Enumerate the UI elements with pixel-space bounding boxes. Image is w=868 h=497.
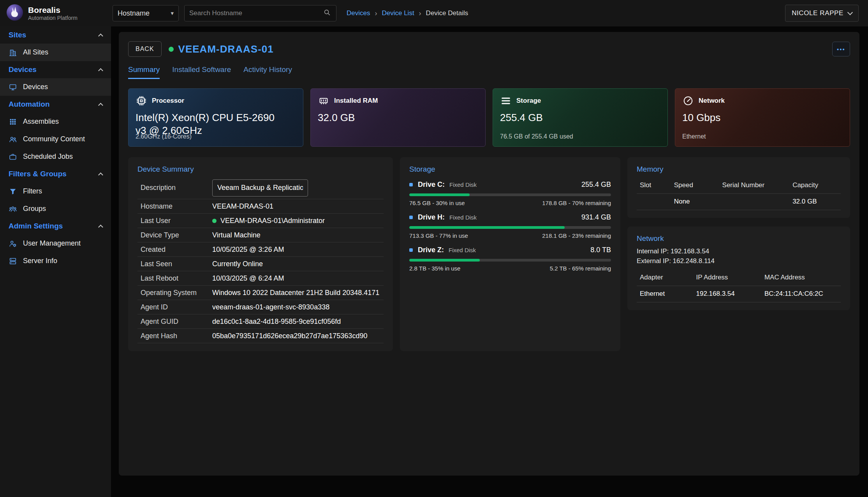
sidebar-section-automation[interactable]: Automation — [0, 96, 111, 113]
panel-title: Memory — [637, 165, 841, 174]
search-field-dropdown-value: Hostname — [118, 9, 150, 18]
drive-bullet-icon — [409, 248, 413, 252]
memory-panel: Memory Slot Speed Serial Number Capacity… — [627, 157, 850, 218]
tab-activity-history[interactable]: Activity History — [243, 65, 292, 79]
network-table-row: Ethernet 192.168.3.54 BC:24:11:CA:C6:2C — [637, 286, 841, 302]
network-subtitle: Ethernet — [682, 133, 706, 140]
sidebar-item-label: Server Info — [23, 257, 57, 265]
sidebar-item-community-content[interactable]: Community Content — [0, 130, 111, 148]
description-input[interactable] — [212, 179, 308, 197]
section-label: Filters & Groups — [9, 170, 67, 178]
drive-row-z: Drive Z: Fixed Disk 8.0 TB 2.8 TB - 35% … — [409, 246, 611, 272]
network-table-header: Adapter IP Address MAC Address — [637, 270, 841, 286]
summary-row-last-user: Last User VEEAM-DRAAS-01\Administrator — [137, 214, 384, 228]
grid-icon — [9, 118, 17, 126]
sidebar-item-label: Devices — [23, 83, 48, 91]
chevron-down-icon — [847, 10, 853, 15]
ram-card: Installed RAM 32.0 GB — [310, 88, 486, 147]
device-header: BACK VEEAM-DRAAS-01 ••• — [128, 41, 850, 57]
tab-installed-software[interactable]: Installed Software — [172, 65, 231, 79]
section-label: Devices — [9, 65, 37, 74]
tab-summary[interactable]: Summary — [128, 65, 160, 79]
storage-value: 255.4 GB — [500, 111, 652, 124]
sidebar-item-filters[interactable]: Filters — [0, 183, 111, 200]
more-options-button[interactable]: ••• — [832, 42, 850, 56]
brand-subtitle: Automation Platform — [28, 15, 77, 21]
panel-title: Storage — [409, 165, 611, 174]
search-bar — [184, 5, 336, 21]
network-gauge-icon — [682, 95, 694, 107]
stat-cards: Processor Intel(R) Xeon(R) CPU E5-2690 v… — [128, 88, 850, 147]
sidebar-section-filters-groups[interactable]: Filters & Groups — [0, 165, 111, 183]
panel-title: Network — [637, 234, 841, 243]
sidebar-item-groups[interactable]: Groups — [0, 200, 111, 218]
sidebar-item-scheduled-jobs[interactable]: Scheduled Jobs — [0, 148, 111, 165]
sidebar-item-label: Assemblies — [23, 118, 59, 126]
sidebar-item-assemblies[interactable]: Assemblies — [0, 113, 111, 130]
user-menu-button[interactable]: NICOLE RAPPE — [785, 5, 859, 22]
sidebar-item-server-info[interactable]: Server Info — [0, 252, 111, 270]
device-summary-panel: Device Summary Description Hostname VEEA… — [128, 157, 393, 351]
borealis-logo-icon — [6, 4, 23, 23]
chevron-up-icon — [98, 225, 103, 230]
sidebar-item-label: User Management — [23, 239, 81, 248]
people-icon — [9, 135, 17, 144]
drive-remaining: 178.8 GB - 70% remaining — [542, 200, 611, 206]
storage-card: Storage 255.4 GB 76.5 GB of 255.4 GB use… — [493, 88, 668, 147]
breadcrumb-devices[interactable]: Devices — [347, 9, 370, 17]
section-label: Admin Settings — [9, 222, 63, 230]
summary-row-last-reboot: Last Reboot 10/03/2025 @ 6:24 AM — [137, 271, 384, 286]
breadcrumb-device-list[interactable]: Device List — [382, 9, 414, 17]
device-details-panel: BACK VEEAM-DRAAS-01 ••• Summary Installe… — [119, 32, 859, 476]
storage-panel: Storage Drive C: Fixed Disk 255.4 GB 76.… — [400, 157, 620, 351]
summary-row-device-type: Device Type Virtual Machine — [137, 228, 384, 242]
section-label: Sites — [9, 31, 26, 39]
building-icon — [9, 48, 17, 57]
detail-panels: Device Summary Description Hostname VEEA… — [128, 157, 850, 351]
storage-stack-icon — [500, 95, 512, 107]
sidebar-item-all-sites[interactable]: All Sites — [0, 44, 111, 61]
caret-down-icon: ▾ — [171, 10, 174, 17]
sidebar-item-label: Scheduled Jobs — [23, 153, 73, 161]
server-icon — [9, 257, 17, 265]
user-gear-icon — [9, 239, 17, 248]
summary-row-last-seen: Last Seen Currently Online — [137, 257, 384, 271]
drive-remaining: 5.2 TB - 65% remaining — [550, 265, 611, 272]
internal-ip: Internal IP: 192.168.3.54 — [637, 247, 841, 256]
network-value: 10 Gbps — [682, 111, 835, 124]
sidebar-section-sites[interactable]: Sites — [0, 26, 111, 44]
right-column: Memory Slot Speed Serial Number Capacity… — [627, 157, 850, 351]
chevron-up-icon — [98, 68, 103, 73]
sidebar-item-label: Community Content — [23, 135, 85, 143]
card-title: Installed RAM — [334, 97, 378, 105]
drive-used: 713.3 GB - 77% in use — [409, 232, 468, 239]
sidebar-section-devices[interactable]: Devices — [0, 61, 111, 78]
cpu-icon — [136, 95, 147, 107]
drive-used: 76.5 GB - 30% in use — [409, 200, 465, 206]
search-input[interactable] — [189, 9, 323, 17]
sidebar-item-user-management[interactable]: User Management — [0, 235, 111, 252]
content-area: BACK VEEAM-DRAAS-01 ••• Summary Installe… — [111, 26, 868, 497]
sidebar-item-devices[interactable]: Devices — [0, 78, 111, 96]
online-status-dot — [169, 47, 174, 52]
chevron-up-icon — [98, 103, 103, 108]
brand-name: Borealis — [28, 5, 77, 15]
summary-row-agent-id: Agent ID veeam-draas-01-agent-svc-8930a3… — [137, 300, 384, 314]
ram-icon — [318, 95, 329, 107]
search-field-dropdown[interactable]: Hostname ▾ — [113, 5, 179, 21]
back-button[interactable]: BACK — [128, 41, 162, 57]
device-tabs: Summary Installed Software Activity Hist… — [128, 65, 850, 79]
online-status-dot — [212, 219, 217, 223]
breadcrumb-separator-icon: › — [419, 9, 421, 18]
summary-row-description: Description — [137, 177, 384, 199]
memory-table-row: None 32.0 GB — [637, 194, 841, 210]
drive-used: 2.8 TB - 35% in use — [409, 265, 460, 272]
sidebar-item-label: Groups — [23, 205, 46, 213]
drive-row-c: Drive C: Fixed Disk 255.4 GB 76.5 GB - 3… — [409, 181, 611, 206]
ram-value: 32.0 GB — [318, 111, 470, 124]
sidebar-section-admin-settings[interactable]: Admin Settings — [0, 218, 111, 235]
device-name: VEEAM-DRAAS-01 — [178, 43, 274, 55]
monitor-icon — [9, 83, 17, 91]
summary-row-operating-system: Operating System Windows 10 2022 Datacen… — [137, 286, 384, 300]
drive-usage-bar — [409, 259, 611, 262]
